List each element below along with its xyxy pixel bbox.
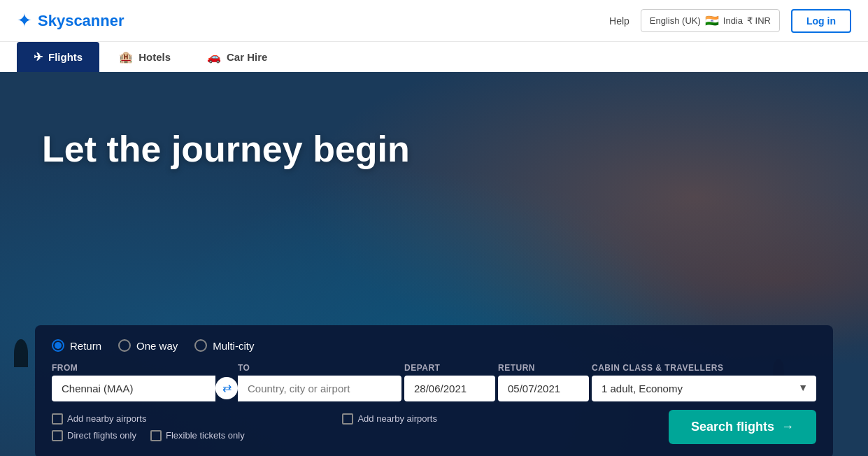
flexible-tickets-checkbox-label[interactable]: Flexible tickets only xyxy=(150,430,245,441)
hotels-icon: 🏨 xyxy=(119,50,133,64)
depart-input[interactable] xyxy=(404,376,495,401)
tab-car-hire[interactable]: 🚗 Car Hire xyxy=(190,42,284,72)
to-input[interactable] xyxy=(238,376,401,401)
add-nearby-airports-from[interactable]: Add nearby airports xyxy=(52,413,146,425)
cabin-label: Cabin Class & Travellers xyxy=(592,363,816,373)
header-right: Help English (UK) 🇮🇳 India ₹ INR Log in xyxy=(609,9,851,33)
direct-flights-label: Direct flights only xyxy=(67,430,136,441)
nearby-to-label: Add nearby airports xyxy=(357,413,436,424)
logo-area: ✦ Skyscanner xyxy=(17,10,124,31)
return-label: Return xyxy=(70,340,101,352)
from-to-inputs: ⇄ xyxy=(52,376,401,401)
direct-flights-checkbox-label[interactable]: Direct flights only xyxy=(52,430,136,441)
multi-city-label: Multi-city xyxy=(213,340,254,352)
login-button[interactable]: Log in xyxy=(791,9,851,33)
bottom-options: Add nearby airports Add nearby airports … xyxy=(52,410,816,444)
trip-type-selector: Return One way Multi-city xyxy=(52,339,816,352)
help-link[interactable]: Help xyxy=(609,15,629,27)
logo-text: Skyscanner xyxy=(38,12,124,30)
return-field-group: Return xyxy=(498,363,589,401)
return-input[interactable] xyxy=(498,376,589,401)
cabin-field-group: Cabin Class & Travellers 1 adult, Econom… xyxy=(592,363,816,401)
flexible-tickets-label: Flexible tickets only xyxy=(166,430,245,441)
swap-icon: ⇄ xyxy=(222,381,232,394)
return-radio-fill xyxy=(55,342,62,349)
nearby-from-checkbox[interactable] xyxy=(52,413,63,425)
add-nearby-airports-to[interactable]: Add nearby airports xyxy=(342,413,436,425)
search-fields-row: From To ⇄ Depart Return xyxy=(52,363,816,401)
tab-hotels[interactable]: 🏨 Hotels xyxy=(102,42,187,72)
flexible-tickets-checkbox[interactable] xyxy=(150,430,162,441)
search-flights-label: Search flights xyxy=(691,420,774,434)
currency-label: ₹ INR xyxy=(747,15,771,26)
trip-type-multi-city[interactable]: Multi-city xyxy=(194,339,254,352)
figure-silhouette-left xyxy=(14,339,28,367)
return-radio[interactable] xyxy=(52,339,64,352)
locale-button[interactable]: English (UK) 🇮🇳 India ₹ INR xyxy=(641,9,780,32)
trip-type-one-way[interactable]: One way xyxy=(118,339,178,352)
one-way-label: One way xyxy=(136,340,178,352)
header: ✦ Skyscanner Help English (UK) 🇮🇳 India … xyxy=(0,0,868,42)
nearby-from-label: Add nearby airports xyxy=(67,413,146,424)
swap-spacer xyxy=(215,363,238,373)
tab-flights-label: Flights xyxy=(48,51,83,63)
tab-car-hire-label: Car Hire xyxy=(227,51,267,63)
depart-field-group: Depart xyxy=(404,363,495,401)
from-to-container: From To ⇄ xyxy=(52,363,401,401)
from-input[interactable] xyxy=(52,376,215,401)
hero-title: Let the journey begin xyxy=(42,128,410,170)
to-label: To xyxy=(238,363,401,373)
from-to-labels: From To xyxy=(52,363,401,373)
search-panel: Return One way Multi-city From To xyxy=(35,325,833,456)
nearby-to-checkbox[interactable] xyxy=(342,413,353,425)
multi-city-radio[interactable] xyxy=(194,339,207,352)
tab-hotels-label: Hotels xyxy=(138,51,171,63)
skyscanner-logo-icon: ✦ xyxy=(17,10,32,31)
filters-row: Direct flights only Flexible tickets onl… xyxy=(52,430,437,441)
country-label: India xyxy=(723,15,743,26)
cabin-select[interactable]: 1 adult, Economy xyxy=(592,376,816,401)
depart-label: Depart xyxy=(404,363,495,373)
direct-flights-checkbox[interactable] xyxy=(52,430,63,441)
return-label: Return xyxy=(498,363,589,373)
tab-flights[interactable]: ✈ Flights xyxy=(17,42,99,72)
hero-section: Let the journey begin Return One way Mul… xyxy=(0,72,868,456)
search-arrow-icon: → xyxy=(781,420,794,434)
flights-icon: ✈ xyxy=(34,50,43,64)
locale-label: English (UK) xyxy=(650,15,701,26)
one-way-radio[interactable] xyxy=(118,339,131,352)
car-hire-icon: 🚗 xyxy=(207,50,221,64)
swap-button[interactable]: ⇄ xyxy=(215,377,238,399)
nav-tabs: ✈ Flights 🏨 Hotels 🚗 Car Hire xyxy=(0,42,868,72)
checkboxes-area: Add nearby airports Add nearby airports … xyxy=(52,413,437,441)
search-flights-button[interactable]: Search flights → xyxy=(669,410,816,444)
trip-type-return[interactable]: Return xyxy=(52,339,101,352)
india-flag-icon: 🇮🇳 xyxy=(705,14,719,27)
from-label: From xyxy=(52,363,215,373)
airport-checks-row: Add nearby airports Add nearby airports xyxy=(52,413,437,425)
